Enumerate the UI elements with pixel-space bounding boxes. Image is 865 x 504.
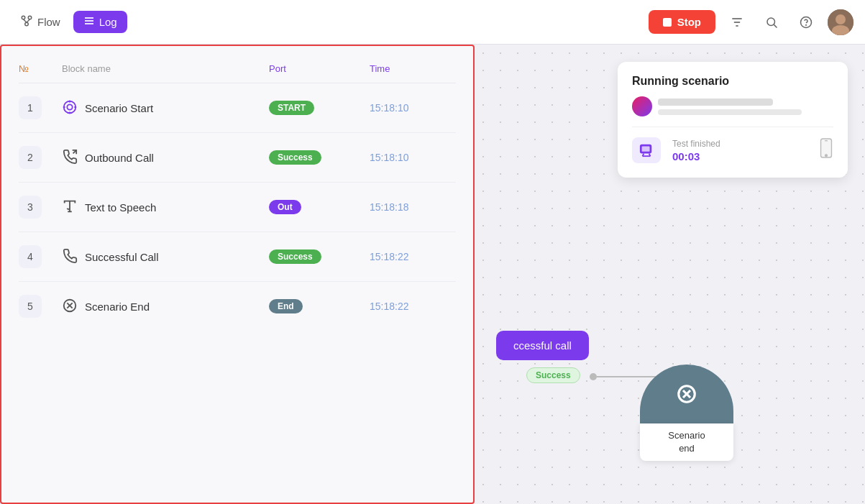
- scenario-end-icon: [62, 298, 78, 316]
- log-row-4: 4 Successful Call Success 15:18:22: [19, 232, 456, 282]
- svg-point-18: [64, 101, 76, 113]
- row-name-text-2: Outbound Call: [85, 152, 154, 164]
- log-header: № Block name Port Time: [19, 58, 456, 83]
- header-port: Port: [269, 63, 370, 74]
- scenario-start-icon: [62, 99, 78, 117]
- port-badge-1: START: [269, 101, 314, 115]
- row-time-1: 15:18:10: [370, 102, 456, 114]
- svg-line-12: [774, 24, 777, 27]
- svg-point-2: [25, 22, 29, 26]
- row-num-3: 3: [19, 196, 42, 219]
- running-divider: [632, 127, 833, 127]
- running-scenario-card: Running scenario: [618, 62, 848, 178]
- tts-icon: [62, 198, 78, 216]
- stop-label: Stop: [677, 16, 701, 28]
- svg-point-19: [67, 104, 72, 109]
- successful-call-icon: [62, 248, 78, 266]
- row-name-1: Scenario Start: [62, 99, 269, 117]
- search-button[interactable]: [759, 9, 784, 35]
- header-no: №: [19, 63, 62, 74]
- svg-point-0: [22, 16, 25, 19]
- connector-dot-left: [590, 373, 597, 380]
- log-label: Log: [99, 16, 117, 28]
- log-icon: [83, 15, 95, 29]
- outbound-call-icon: [62, 149, 78, 167]
- test-info: Test finished 00:03: [672, 139, 807, 162]
- svg-rect-32: [642, 147, 650, 152]
- svg-point-14: [806, 24, 807, 25]
- header-time: Time: [370, 63, 456, 74]
- svg-point-16: [836, 14, 846, 24]
- port-badge-3: Out: [269, 200, 301, 214]
- row-num-2: 2: [19, 146, 42, 169]
- nav-right: Stop: [649, 9, 853, 35]
- row-name-text-3: Text to Speech: [85, 201, 156, 214]
- svg-line-4: [27, 19, 30, 23]
- port-badge-4: Success: [269, 249, 321, 264]
- nav-left: Flow Log: [12, 10, 127, 34]
- phone-device-icon: [819, 138, 833, 162]
- log-row-5: 5 Scenario End End 15:18:22: [19, 282, 456, 331]
- svg-point-1: [28, 16, 32, 19]
- svg-point-11: [767, 18, 775, 26]
- filter-button[interactable]: [724, 9, 750, 35]
- stop-button[interactable]: Stop: [649, 10, 715, 34]
- running-phone: [658, 98, 773, 106]
- port-badge-5: End: [269, 299, 303, 313]
- row-name-text-1: Scenario Start: [85, 102, 153, 114]
- stop-icon: [663, 18, 672, 27]
- port-badge-2: Success: [269, 150, 321, 165]
- running-info-row: [632, 96, 833, 116]
- row-num-4: 4: [19, 245, 42, 268]
- log-table: № Block name Port Time 1: [1, 46, 473, 342]
- row-name-4: Successful Call: [62, 248, 269, 266]
- running-text-block: [658, 98, 833, 115]
- canvas-area: Running scenario: [475, 45, 865, 504]
- scenario-end-node: Scenarioend: [640, 365, 733, 461]
- successful-call-node: ccessful call: [496, 331, 589, 360]
- row-num-1: 1: [19, 96, 42, 119]
- row-time-3: 15:18:18: [370, 201, 456, 213]
- running-desc: [658, 109, 802, 115]
- row-name-5: Scenario End: [62, 298, 269, 316]
- header-block-name: Block name: [62, 63, 269, 74]
- log-tab[interactable]: Log: [73, 11, 127, 33]
- svg-line-3: [24, 19, 27, 23]
- row-time-4: 15:18:22: [370, 251, 456, 262]
- running-card-title: Running scenario: [632, 75, 833, 88]
- avatar[interactable]: [828, 9, 853, 35]
- test-icon: [632, 137, 661, 163]
- help-button[interactable]: [793, 9, 819, 35]
- row-name-2: Outbound Call: [62, 149, 269, 167]
- test-time: 00:03: [672, 150, 807, 162]
- topnav: Flow Log Stop: [0, 0, 865, 45]
- log-row-1: 1 Scenario Start: [19, 83, 456, 133]
- running-avatar: [632, 96, 652, 116]
- flow-tab[interactable]: Flow: [12, 10, 69, 34]
- row-name-3: Text to Speech: [62, 198, 269, 216]
- running-footer: Test finished 00:03: [632, 137, 833, 163]
- test-finished-label: Test finished: [672, 139, 807, 149]
- row-num-5: 5: [19, 295, 42, 318]
- main-area: № Block name Port Time 1: [0, 45, 865, 504]
- svg-point-35: [825, 155, 828, 157]
- log-panel: № Block name Port Time 1: [0, 45, 475, 504]
- row-name-text-4: Successful Call: [85, 251, 159, 263]
- log-row-3: 3 Text to Speech Out 15:18:1: [19, 183, 456, 232]
- flow-icon: [20, 14, 33, 29]
- row-time-2: 15:18:10: [370, 152, 456, 163]
- scenario-end-label: Scenarioend: [640, 423, 733, 461]
- row-time-5: 15:18:22: [370, 301, 456, 312]
- flow-success-badge: Success: [526, 367, 580, 383]
- row-name-text-5: Scenario End: [85, 301, 150, 313]
- log-row-2: 2 Outbound Call Success 15:18:10: [19, 133, 456, 183]
- flow-label: Flow: [37, 16, 60, 28]
